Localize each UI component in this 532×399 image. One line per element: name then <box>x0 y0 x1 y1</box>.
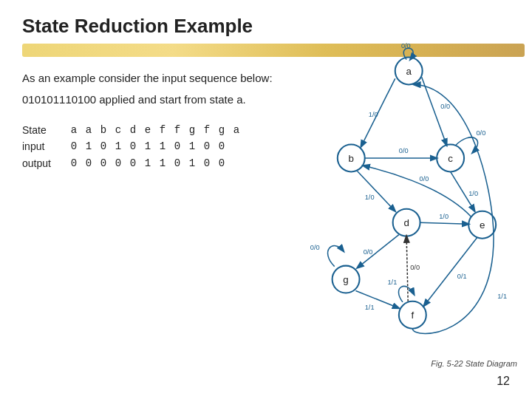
svg-line-29 <box>355 290 398 308</box>
svg-text:1/1: 1/1 <box>497 293 507 300</box>
table-cell: 0 <box>170 138 185 154</box>
row-label: output <box>22 155 66 171</box>
table-cell: 1 <box>81 138 96 154</box>
table-cell: e <box>140 122 155 138</box>
table-cell: a <box>81 122 96 138</box>
svg-text:e: e <box>480 219 485 231</box>
svg-text:0/0: 0/0 <box>420 175 429 183</box>
svg-text:0/0: 0/0 <box>410 264 420 271</box>
table-cell: 1 <box>155 138 170 154</box>
table-cell: 0 <box>214 138 229 154</box>
table-cell: 1 <box>140 155 155 171</box>
table-cell: 0 <box>200 155 214 171</box>
table-cell: f <box>170 122 185 138</box>
table-cell: f <box>200 122 214 138</box>
table-cell: 0 <box>214 155 229 171</box>
svg-text:0/0: 0/0 <box>364 248 373 256</box>
table-cell: d <box>126 122 140 138</box>
svg-text:b: b <box>349 153 354 164</box>
table-cell: 0 <box>200 138 214 154</box>
svg-text:0/0: 0/0 <box>310 244 320 251</box>
table-cell: a <box>229 122 244 138</box>
svg-text:g: g <box>343 274 348 285</box>
table-cell: 0 <box>170 155 185 171</box>
svg-text:1/0: 1/0 <box>369 111 378 118</box>
svg-text:0/1: 0/1 <box>457 273 467 280</box>
svg-text:1/0: 1/0 <box>468 190 478 197</box>
table-cell <box>229 138 244 154</box>
svg-text:0/0: 0/0 <box>440 103 450 110</box>
table-cell: 1 <box>140 138 155 154</box>
svg-text:a: a <box>406 66 412 77</box>
svg-text:0/0: 0/0 <box>476 129 485 137</box>
table-cell: 0 <box>66 138 81 154</box>
fig-caption: Fig. 5-22 State Diagram <box>431 359 517 368</box>
svg-text:1/0: 1/0 <box>439 213 449 220</box>
svg-text:c: c <box>448 153 453 164</box>
slide-page: State Reduction Example As an example co… <box>0 0 532 399</box>
table-cell: g <box>185 122 200 138</box>
page-number: 12 <box>497 375 510 388</box>
state-diagram: 0/0 a 1/0 b 0/0 c 0/0 0/0 1/0 <box>288 41 517 336</box>
table-cell: 0 <box>96 138 111 154</box>
svg-text:0/0: 0/0 <box>401 42 411 50</box>
svg-line-22 <box>420 222 469 224</box>
table-cell: 1 <box>155 155 170 171</box>
table-cell: 1 <box>185 155 200 171</box>
svg-line-34 <box>424 238 477 306</box>
table-cell: 0 <box>126 138 140 154</box>
table-cell: b <box>96 122 111 138</box>
svg-text:f: f <box>411 310 414 321</box>
table-cell: 0 <box>66 155 81 171</box>
row-label: input <box>22 138 66 154</box>
svg-text:d: d <box>403 217 409 228</box>
table-cell: 0 <box>111 155 126 171</box>
table-cell: f <box>155 122 170 138</box>
svg-line-36 <box>406 236 408 301</box>
table-cell <box>229 155 244 171</box>
svg-line-14 <box>357 171 395 211</box>
svg-text:1/0: 1/0 <box>365 194 375 201</box>
table-cell: 1 <box>111 138 126 154</box>
table-cell: 0 <box>126 155 140 171</box>
row-label: State <box>22 122 66 138</box>
table-cell: 0 <box>96 155 111 171</box>
svg-line-12 <box>422 77 447 145</box>
svg-text:1/1: 1/1 <box>387 279 397 286</box>
table-cell: 0 <box>81 155 96 171</box>
slide-title: State Reduction Example <box>22 15 510 38</box>
svg-text:0/0: 0/0 <box>399 147 409 154</box>
table-cell: c <box>111 122 126 138</box>
svg-text:1/1: 1/1 <box>365 304 375 311</box>
table-cell: a <box>66 122 81 138</box>
table-cell: g <box>214 122 229 138</box>
table-cell: 1 <box>185 138 200 154</box>
